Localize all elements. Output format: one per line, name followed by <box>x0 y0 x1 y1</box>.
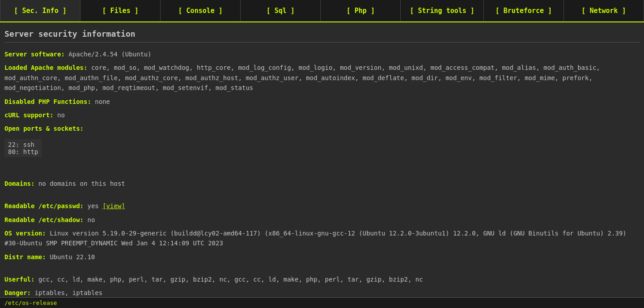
danger-value2: iptables, iptables <box>34 289 102 296</box>
curl-support-section: cURL support: no <box>4 110 640 120</box>
curl-support-value2: no <box>57 111 65 119</box>
open-ports-section: Open ports & sockets: <box>4 124 640 133</box>
server-software-label: Server software: <box>4 51 65 58</box>
danger-label: Danger: <box>4 289 31 296</box>
os-version-section: OS version: Linux version 5.19.0-29-gene… <box>4 228 640 248</box>
distr-name-label: Distr name: <box>4 253 46 261</box>
server-software-section: Server software: Apache/2.4.54 (Ubuntu) <box>4 49 640 59</box>
apache-modules-section: Loaded Apache modules: core, mod_so, mod… <box>4 63 640 93</box>
curl-support-label: cURL support: <box>4 111 54 119</box>
nav-network[interactable]: [ Network ] <box>564 0 644 21</box>
apache-modules-label: Loaded Apache modules: <box>4 64 87 71</box>
distr-name-value2: Ubuntu 22.10 <box>50 253 95 261</box>
port-22: 22: ssh <box>8 141 38 148</box>
nav-console[interactable]: [ Console ] <box>161 0 241 21</box>
navbar: [ Sec. Info ] [ Files ] [ Console ] [ Sq… <box>0 0 644 22</box>
nav-php[interactable]: [ Php ] <box>321 0 401 21</box>
bottom-bar: /etc/os-release <box>0 297 644 308</box>
view-passwd-link[interactable]: [view] <box>102 202 125 210</box>
apache-modules-value2: core, mod_so, mod_watchdog, http_core, m… <box>4 64 600 91</box>
domains-value2: no domains on this host <box>38 180 125 187</box>
nav-bruteforce[interactable]: [ Bruteforce ] <box>484 0 564 21</box>
server-software-value2: Apache/2.4.54 (Ubuntu) <box>68 51 151 58</box>
bottom-path: /etc/os-release <box>4 299 57 306</box>
nav-sec-info[interactable]: [ Sec. Info ] <box>0 0 80 21</box>
readable-shadow-value2: no <box>87 216 95 223</box>
readable-passwd-section: Readable /etc/passwd: yes [view] <box>4 201 640 211</box>
nav-files[interactable]: [ Files ] <box>80 0 161 21</box>
ports-block: 22: ssh 80: http <box>4 139 42 157</box>
disabled-php-value2: none <box>95 98 110 105</box>
content-area: Server security information Server softw… <box>0 22 644 308</box>
nav-sql[interactable]: [ Sql ] <box>241 0 321 21</box>
readable-shadow-section: Readable /etc/shadow: no <box>4 215 640 225</box>
userful-section: Userful: gcc, cc, ld, make, php, perl, t… <box>4 274 640 284</box>
userful-value2: gcc, cc, ld, make, php, perl, tar, gzip,… <box>38 276 423 283</box>
danger-section: Danger: iptables, iptables <box>4 288 640 298</box>
disabled-php-label: Disabled PHP Functions: <box>4 98 91 105</box>
os-version-value2: Linux version 5.19.0-29-generic (buildd@… <box>4 230 627 247</box>
page-title: Server security information <box>4 29 640 43</box>
port-80: 80: http <box>8 148 38 155</box>
os-version-label: OS version: <box>4 230 46 237</box>
disabled-php-section: Disabled PHP Functions: none <box>4 97 640 107</box>
readable-passwd-label: Readable /etc/passwd: <box>4 202 84 210</box>
open-ports-label: Open ports & sockets: <box>4 125 84 132</box>
nav-string-tools[interactable]: [ String tools ] <box>401 0 484 21</box>
userful-label: Userful: <box>4 276 34 283</box>
readable-passwd-yes: yes <box>87 202 98 210</box>
readable-shadow-label: Readable /etc/shadow: <box>4 216 84 223</box>
domains-label: Domains: <box>4 180 34 187</box>
domains-section: Domains: no domains on this host <box>4 179 640 188</box>
distr-name-section: Distr name: Ubuntu 22.10 <box>4 252 640 262</box>
